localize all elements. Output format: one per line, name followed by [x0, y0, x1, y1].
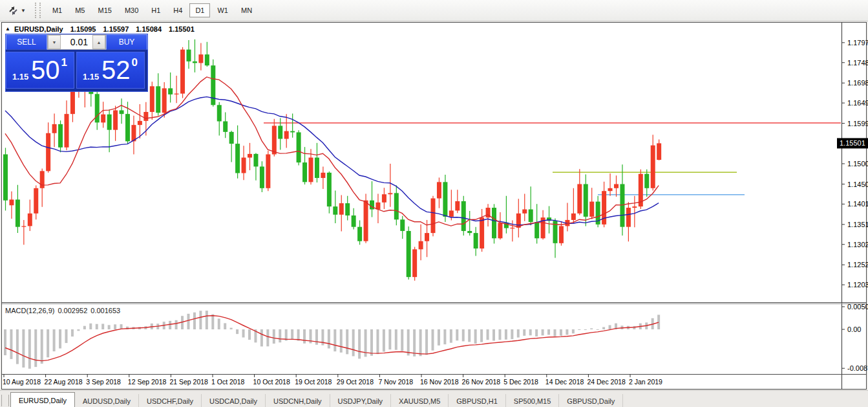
candle-body-up [510, 228, 514, 228]
candle-body-up [46, 133, 50, 171]
macd-tick-label: 0.00 [847, 325, 861, 333]
buy-price-tile[interactable]: 1.15 52 0 [76, 52, 145, 89]
candle-body-up [175, 94, 179, 94]
candle-body-up [602, 191, 606, 225]
candle-body-up [65, 114, 69, 148]
chart-tab-usdcad-daily[interactable]: USDCAD,Daily [202, 394, 266, 407]
chart-tabs-bar: EURUSD,DailyAUDUSD,DailyUSDCHF,DailyUSDC… [0, 390, 868, 407]
candle-body-up [309, 158, 313, 182]
candle-body-up [516, 214, 521, 228]
candle [211, 60, 215, 107]
chart-tab-gbpusd-h1[interactable]: GBPUSD,H1 [449, 394, 506, 407]
macd-histogram-bar [224, 323, 226, 329]
price-tick-label: 1.16490 [847, 99, 868, 107]
sell-price-tile[interactable]: 1.15 50 1 [6, 52, 74, 89]
candle-body-up [180, 50, 185, 94]
macd-histogram-bar [419, 329, 422, 356]
ohlc-low: 1.15084 [136, 25, 162, 33]
date-tick-label: 19 Oct 2018 [295, 378, 332, 386]
sell-price-pipette: 1 [61, 56, 67, 69]
macd-histogram-bar [260, 329, 263, 346]
tabbar-grip[interactable] [1, 395, 9, 406]
candle-body-up [431, 199, 436, 234]
candle-body-up [150, 86, 154, 112]
sell-button[interactable]: SELL [6, 34, 47, 50]
macd-main-value: 0.002952 [58, 307, 87, 314]
candle [297, 130, 301, 165]
macd-histogram-bar [248, 329, 251, 340]
candle-body-up [113, 110, 118, 129]
chart-tab-eurusd-daily[interactable]: EURUSD,Daily [10, 392, 75, 407]
candle-body-down [535, 222, 539, 238]
price-tick-label: 1.12520 [847, 261, 868, 269]
volume-increase-button[interactable]: ▲ [92, 35, 105, 49]
candle-body-up [608, 188, 613, 191]
macd-histogram-bar [425, 329, 428, 355]
candle [180, 47, 185, 98]
macd-histogram-bar [609, 325, 611, 329]
price-tick-label: 1.13020 [847, 241, 868, 248]
macd-histogram-bar [597, 329, 599, 330]
macd-histogram-bar [566, 329, 568, 335]
collapse-icon[interactable]: ▲ [5, 26, 10, 32]
chart-tab-usdchf-daily[interactable]: USDCHF,Daily [139, 394, 202, 407]
macd-histogram-bar [206, 311, 208, 329]
candle-body-up [28, 214, 32, 226]
candle-body-up [34, 188, 38, 214]
chart-tab-sp500-m15[interactable]: SP500,M15 [506, 394, 559, 407]
macd-histogram-bar [187, 314, 190, 329]
candle-body-up [522, 210, 527, 214]
macd-histogram-bar [468, 329, 471, 342]
candle-body-up [626, 208, 631, 227]
macd-histogram-bar [352, 329, 355, 356]
chart-tab-audusd-daily[interactable]: AUDUSD,Daily [75, 394, 139, 407]
date-tick-label: 22 Aug 2018 [45, 378, 83, 386]
candle-body-down [443, 182, 447, 217]
macd-histogram-bar [358, 329, 361, 358]
candle [492, 204, 496, 243]
candle [412, 247, 417, 281]
chart-tab-xauusd-m5[interactable]: XAUUSD,M5 [391, 394, 449, 407]
macd-histogram-bar [71, 329, 74, 336]
ohlc-high: 1.15597 [103, 25, 129, 33]
macd-histogram-bar [547, 329, 550, 335]
sell-price-digits: 50 [31, 54, 60, 85]
chart-tabs: EURUSD,DailyAUDUSD,DailyUSDCHF,DailyUSDC… [10, 391, 623, 407]
price-tick-label: 1.17480 [847, 59, 868, 67]
candle-body-up [339, 203, 344, 215]
macd-histogram-bar [193, 313, 196, 329]
date-tick-label: 16 Nov 2018 [420, 378, 459, 386]
candle-body-down [461, 201, 466, 231]
buy-button[interactable]: BUY [106, 34, 147, 50]
volume-decrease-button[interactable]: ▼ [48, 35, 61, 49]
macd-histogram-bar [169, 321, 171, 329]
chart-tab-usdjpy-daily[interactable]: USDJPY,Daily [330, 394, 392, 407]
macd-histogram-bar [4, 329, 6, 355]
chart-tab-gbpusd-daily[interactable]: GBPUSD,Daily [559, 394, 623, 407]
candle-body-up [498, 223, 502, 238]
date-tick-label: 7 Nov 2018 [378, 378, 413, 386]
candle-body-down [644, 174, 649, 188]
macd-histogram-bar [376, 329, 379, 354]
date-tick-label: 5 Dec 2018 [503, 378, 538, 386]
volume-stepper: ▼ 0.01 ▲ [47, 34, 106, 50]
macd-histogram-bar [602, 327, 605, 329]
macd-histogram-bar [279, 329, 281, 342]
candle-body-up [589, 202, 594, 217]
macd-histogram-bar [303, 329, 306, 344]
date-tick-label: 10 Oct 2018 [253, 378, 290, 386]
macd-histogram-bar [590, 328, 593, 329]
macd-histogram-bar [41, 329, 43, 364]
volume-input[interactable]: 0.01 [61, 35, 92, 49]
candle-body-down [223, 121, 228, 131]
macd-histogram-bar [413, 329, 416, 357]
chart-tab-usdcnh-daily[interactable]: USDCNH,Daily [266, 394, 330, 407]
macd-histogram-bar [554, 329, 556, 336]
candle-body-down [474, 233, 478, 248]
candle-body-down [529, 210, 533, 223]
candle-body-down [297, 132, 301, 162]
candle-body-down [315, 158, 319, 178]
candle [266, 151, 270, 191]
macd-histogram-bar [65, 329, 68, 343]
current-price-tag-label: 1.15501 [840, 139, 865, 147]
